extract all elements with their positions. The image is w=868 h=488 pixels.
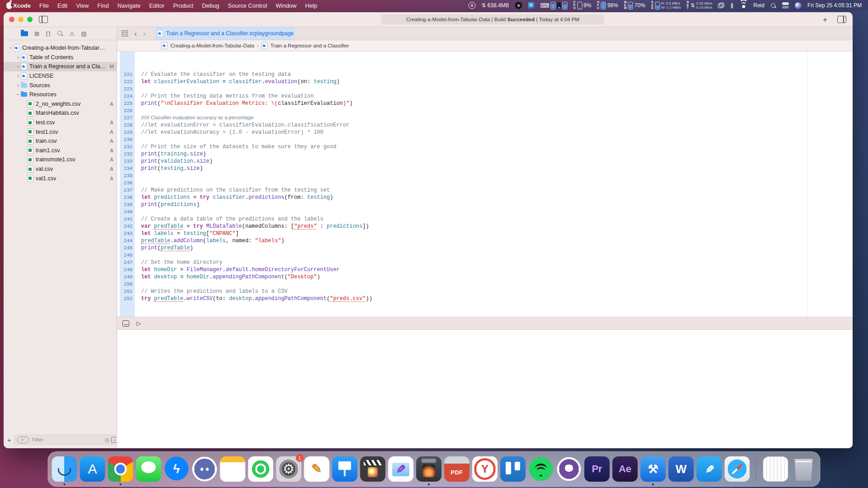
dock-icon-xcode[interactable]: ⚒ (641, 456, 666, 482)
recent-files-filter-icon[interactable]: ◷ (105, 437, 109, 443)
filter-menu-icon[interactable]: ≡ˇ (17, 436, 29, 443)
cpu-meter[interactable]: CPU9% (573, 1, 591, 10)
project-navigator-icon[interactable] (21, 31, 28, 36)
disclosure-chevron[interactable]: › (15, 64, 21, 69)
breadcrumb-page[interactable]: Train a Regressor and a Classifier (270, 43, 349, 48)
issues-navigator-icon[interactable]: ⚠ (70, 31, 75, 37)
shortcuts-status-item[interactable]: ⌘ (528, 2, 534, 9)
sidebar-item-sources[interactable]: ›Sources (4, 80, 117, 90)
bluetooth-devices-battery[interactable]: ⌨ (540, 2, 567, 9)
flighty-status-item[interactable]: ✈ (515, 2, 522, 9)
window-manager-status-item[interactable] (718, 3, 724, 8)
sidebar-item-val-csv[interactable]: val.csvA (4, 164, 117, 174)
dock-icon-safari[interactable] (725, 456, 750, 482)
sidebar-item-creating-a-model-from-tabular-data[interactable]: ›Creating-a-Model-from-Tabular-Data (4, 43, 117, 53)
dock-icon-messages[interactable] (136, 456, 161, 482)
back-button[interactable]: ‹ (134, 30, 137, 38)
dock-icon-receipts-app[interactable] (763, 456, 788, 482)
dock-icon-premiere-pro[interactable]: Pr (585, 456, 610, 482)
sidebar-item-test-csv[interactable]: test.csvA (4, 118, 117, 127)
minimize-window-button[interactable] (18, 17, 24, 22)
dock-icon-word[interactable]: W (669, 456, 694, 482)
dock-icon-chrome[interactable] (108, 456, 133, 482)
symbols-navigator-icon[interactable]: ∏ (46, 31, 51, 37)
activity-viewer[interactable]: Creating-a-Model-from-Tabular-Data | Bui… (382, 14, 604, 24)
network-meter[interactable]: NET⇅0.32 Mb/s0.15 Mb/s (687, 1, 712, 10)
dock-icon-after-effects[interactable]: Ae (613, 456, 638, 482)
spotlight-status-item[interactable] (770, 3, 776, 9)
sidebar-item-test1-csv[interactable]: test1.csvA (4, 127, 117, 136)
dock-icon-keynote[interactable] (332, 456, 358, 482)
menu-debug[interactable]: Debug (202, 2, 219, 9)
sidebar-item-trainsmote1-csv[interactable]: trainsmote1.csvA (4, 155, 117, 164)
add-editor-button[interactable]: + (823, 16, 827, 23)
disclosure-chevron[interactable]: › (15, 92, 21, 97)
disclosure-chevron[interactable]: › (15, 55, 21, 60)
zoom-window-button[interactable] (27, 17, 33, 22)
focus-status-item[interactable]: 0 (468, 2, 476, 9)
wifi-status-item[interactable] (740, 3, 747, 8)
close-window-button[interactable] (9, 17, 14, 22)
dock-icon-app-store[interactable]: A (80, 456, 105, 482)
sidebar-item-marshabitats-csv[interactable]: MarsHabitats.csv (4, 108, 117, 118)
memory-meter[interactable]: MEM70% (624, 1, 645, 10)
bluetooth-status-item[interactable]: ᛒ (730, 2, 734, 9)
control-toggle-status-item[interactable] (782, 2, 789, 9)
sidebar-item-2-no-weights-csv[interactable]: 2_no_weights.csvA (4, 99, 117, 109)
add-file-button[interactable]: + (7, 436, 11, 444)
menu-bar-clock[interactable]: Fri Sep 25 4:05:31 PM (807, 2, 862, 9)
fast-user-switch[interactable]: Reid (753, 2, 764, 9)
bandwidth-indicator[interactable]: ⇅638.4MB (481, 2, 509, 9)
sidebar-filter-input[interactable] (31, 436, 103, 443)
dock-icon-system-preferences[interactable]: ⚙1 (276, 456, 302, 482)
menu-file[interactable]: File (39, 2, 49, 9)
source-control-navigator-icon[interactable]: ⊠ (34, 31, 39, 37)
toggle-debug-area-icon[interactable] (123, 320, 129, 327)
dock-icon-finder[interactable] (52, 456, 77, 482)
dock-icon-ynab[interactable]: Y (472, 456, 498, 482)
dock-icon-playgrounds-editor[interactable]: ✎ (388, 456, 414, 482)
dock-icon-messenger[interactable]: ϟ (164, 456, 189, 482)
dock-icon-pdf-app[interactable]: PDF (444, 456, 470, 482)
disclosure-chevron[interactable]: › (15, 73, 21, 79)
dock-icon-find-my[interactable] (248, 456, 274, 482)
menu-xcode[interactable]: Xcode (13, 2, 31, 9)
sidebar-item-table-of-contents[interactable]: ›Table of Contents (4, 53, 117, 62)
reports-navigator-icon[interactable]: ▤ (81, 31, 86, 37)
dock-icon-trash[interactable] (791, 456, 816, 482)
ssd-meter[interactable]: SSDR: 5.5 MB/sW: 1.2 MB/s (651, 1, 681, 10)
tab-train-a-regressor[interactable]: Train a Regressor and a Classifier.xcpla… (156, 27, 295, 40)
dock-icon-media-app[interactable] (416, 456, 442, 482)
dock-icon-spotify[interactable] (528, 456, 554, 482)
editor-layout-icon[interactable] (837, 16, 846, 23)
sidebar-item-train-csv[interactable]: train.csvA (4, 136, 117, 146)
assistant-status-item[interactable] (795, 2, 802, 9)
dock-icon-github-desktop[interactable] (557, 456, 582, 482)
related-items-grid-icon[interactable] (122, 30, 128, 37)
dock-icon-discord[interactable] (192, 456, 217, 482)
sidebar-item-val1-csv[interactable]: val1.csvA (4, 174, 117, 183)
dock-icon-design-app[interactable]: ✎ (697, 456, 722, 482)
breadcrumb-project[interactable]: Creating-a-Model-from-Tabular-Data (170, 43, 254, 48)
gpu-meter[interactable]: GPU98% (597, 1, 618, 10)
menu-product[interactable]: Product (173, 2, 193, 9)
dock-icon-notes[interactable] (220, 456, 245, 482)
filter-field[interactable]: ≡ˇ ◷ ± (14, 435, 122, 445)
dock-icon-pages[interactable]: ✎ (304, 456, 330, 482)
forward-button[interactable]: › (143, 30, 146, 38)
sidebar-item-train-a-regressor-and-a-classifier[interactable]: ›Train a Regressor and a ClassifierM (4, 62, 117, 71)
find-navigator-icon[interactable] (57, 30, 63, 37)
menu-editor[interactable]: Editor (149, 2, 165, 9)
sidebar-item-train1-csv[interactable]: train1.csvA (4, 146, 117, 155)
menu-navigate[interactable]: Navigate (118, 2, 141, 9)
disclosure-chevron[interactable]: › (15, 83, 21, 88)
menu-edit[interactable]: Edit (57, 2, 67, 9)
menu-find[interactable]: Find (97, 2, 108, 9)
menu-window[interactable]: Window (276, 2, 297, 9)
dock-icon-trello[interactable] (500, 456, 526, 482)
disclosure-chevron[interactable]: › (8, 45, 14, 51)
sidebar-item-resources[interactable]: ›Resources (4, 90, 117, 99)
menu-source-control[interactable]: Source Control (228, 2, 267, 9)
sidebar-item-license[interactable]: ›LICENSE (4, 71, 117, 81)
apple-menu-icon[interactable] (6, 2, 12, 9)
